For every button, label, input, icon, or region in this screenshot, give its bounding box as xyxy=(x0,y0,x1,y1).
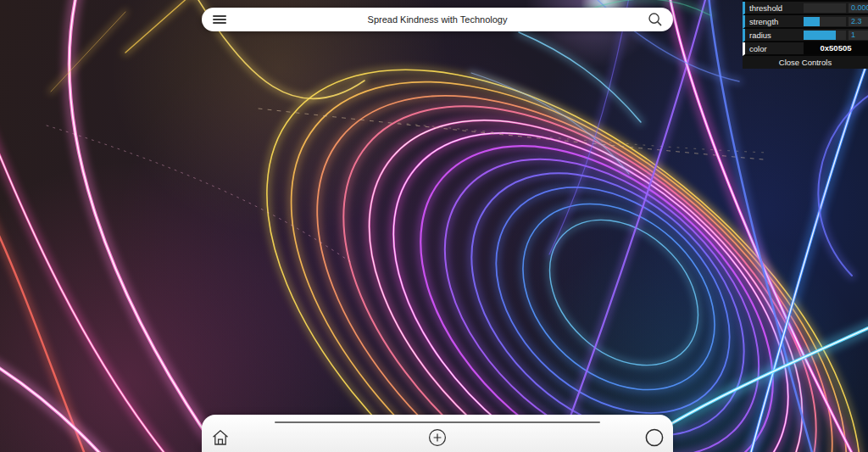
slider-fill xyxy=(804,31,836,40)
threshold-value[interactable]: 0.0000 xyxy=(849,3,868,13)
control-row-threshold: threshold 0.0000 xyxy=(743,2,868,15)
control-label: threshold xyxy=(745,3,804,13)
control-row-radius: radius 1 xyxy=(743,29,868,42)
controls-panel: threshold 0.0000 strength 2.3 radius 1 c… xyxy=(743,0,868,69)
app-window: Spread Kindness with Technology threshol… xyxy=(0,0,868,452)
control-row-strength: strength 2.3 xyxy=(743,15,868,29)
radius-value[interactable]: 1 xyxy=(849,31,868,40)
strength-slider[interactable] xyxy=(804,17,846,26)
slider-fill xyxy=(804,17,820,26)
close-controls-button[interactable]: Close Controls xyxy=(743,56,868,69)
threshold-slider[interactable] xyxy=(804,3,846,13)
control-row-color: color 0x50505 xyxy=(743,42,868,56)
toolbar-divider xyxy=(275,421,600,423)
bottom-toolbar xyxy=(202,415,673,452)
control-label: color xyxy=(745,44,804,53)
search-bar[interactable]: Spread Kindness with Technology xyxy=(202,8,673,31)
search-query-text[interactable]: Spread Kindness with Technology xyxy=(236,8,639,31)
record-circle-icon[interactable] xyxy=(644,427,665,448)
add-icon[interactable] xyxy=(427,427,448,448)
background-art xyxy=(0,0,868,452)
strength-value[interactable]: 2.3 xyxy=(849,17,868,26)
color-swatch[interactable]: 0x50505 xyxy=(804,42,868,54)
search-icon[interactable] xyxy=(648,12,663,27)
toolbar-icons xyxy=(202,427,673,448)
radius-slider[interactable] xyxy=(804,31,846,40)
home-icon[interactable] xyxy=(210,427,231,448)
control-label: radius xyxy=(745,31,804,40)
control-label: strength xyxy=(745,17,804,26)
menu-icon[interactable] xyxy=(213,15,226,24)
